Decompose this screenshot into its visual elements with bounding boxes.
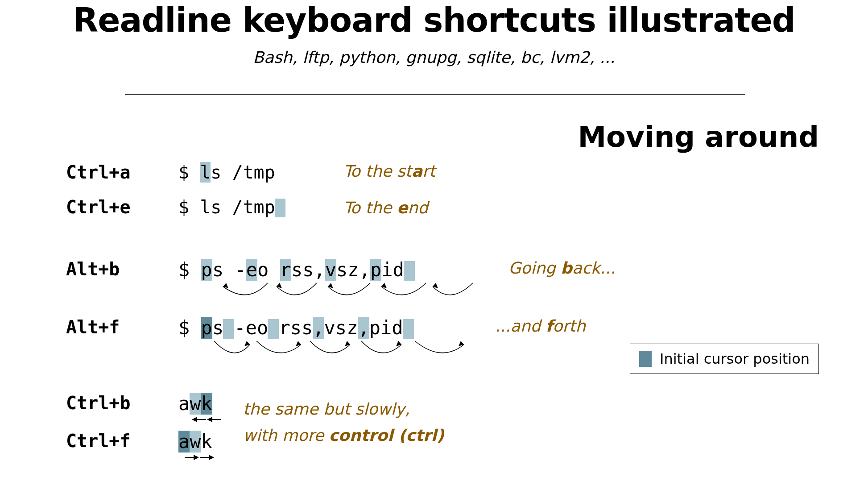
page-title: Readline keyboard shortcuts illustrated — [0, 1, 868, 39]
desc-text: Going — [508, 259, 561, 277]
cursor-block-icon — [275, 199, 285, 217]
desc-ctrl-e: To the end — [343, 199, 428, 217]
svg-marker-8 — [396, 341, 401, 346]
svg-marker-0 — [223, 283, 228, 288]
forth-arrows-icon — [178, 338, 482, 365]
char-back-arrows-icon — [178, 415, 232, 427]
desc-em: e — [397, 199, 408, 217]
desc-ctrl-a: To the start — [343, 162, 435, 180]
desc-text: ...and — [495, 317, 546, 335]
initial-cursor-icon — [404, 261, 415, 281]
svg-marker-1 — [277, 283, 282, 288]
svg-marker-7 — [345, 341, 350, 346]
key-alt-b: Alt+b — [66, 259, 120, 279]
desc-text: To the — [343, 199, 397, 217]
key-ctrl-b: Ctrl+b — [66, 393, 131, 413]
desc-alt-f: ...and forth — [495, 317, 586, 335]
key-ctrl-a: Ctrl+a — [66, 162, 131, 183]
svg-marker-6 — [296, 341, 301, 346]
desc-text: rt — [422, 162, 435, 180]
desc-ctrl-bf-line1: the same but slowly, — [243, 400, 410, 418]
cmd-alt-f: $ ps-eorss,vsz,pid — [178, 317, 414, 339]
svg-marker-3 — [381, 283, 387, 288]
desc-em: a — [412, 162, 422, 180]
cmd-ctrl-e: $ ls /tmp — [178, 197, 285, 217]
svg-marker-11 — [207, 417, 212, 422]
svg-marker-13 — [209, 455, 214, 460]
cheat-sheet-page: Readline keyboard shortcuts illustrated … — [0, 0, 868, 490]
cmd-ctrl-a: $ ls /tmp — [178, 162, 275, 183]
desc-text: ack... — [572, 259, 616, 277]
char-fwd-arrows-icon — [178, 453, 232, 465]
back-arrows-icon — [178, 280, 482, 307]
svg-marker-2 — [328, 283, 333, 288]
svg-marker-4 — [433, 283, 438, 288]
desc-text: with more — [243, 426, 329, 444]
cursor-block-icon — [223, 319, 234, 339]
cmd-ctrl-b: awk — [178, 393, 212, 415]
cmd-alt-b: $ ps -eo rss,vsz,pid — [178, 259, 415, 281]
page-subtitle: Bash, lftp, python, gnupg, sqlite, bc, l… — [0, 48, 868, 66]
svg-marker-9 — [459, 341, 464, 346]
desc-alt-b: Going back... — [508, 259, 616, 277]
svg-marker-5 — [244, 341, 250, 346]
legend-label: Initial cursor position — [660, 350, 810, 367]
cmd-ctrl-f: awk — [178, 431, 212, 453]
key-alt-f: Alt+f — [66, 317, 120, 337]
cursor-block-icon — [403, 319, 414, 339]
cursor-block-icon — [268, 319, 279, 339]
desc-text: To the st — [343, 162, 412, 180]
desc-ctrl-bf-line2: with more control (ctrl) — [243, 426, 444, 444]
desc-text: orth — [553, 317, 586, 335]
key-ctrl-e: Ctrl+e — [66, 197, 131, 217]
section-heading: Moving around — [578, 120, 819, 154]
desc-em: control (ctrl) — [329, 426, 444, 444]
svg-marker-12 — [194, 455, 199, 460]
legend-swatch-icon — [639, 351, 652, 367]
legend: Initial cursor position — [630, 344, 819, 374]
key-ctrl-f: Ctrl+f — [66, 431, 131, 451]
desc-em: b — [561, 259, 572, 277]
desc-em: f — [546, 317, 553, 335]
desc-text: nd — [408, 199, 428, 217]
svg-marker-10 — [192, 417, 197, 422]
divider — [125, 94, 745, 95]
